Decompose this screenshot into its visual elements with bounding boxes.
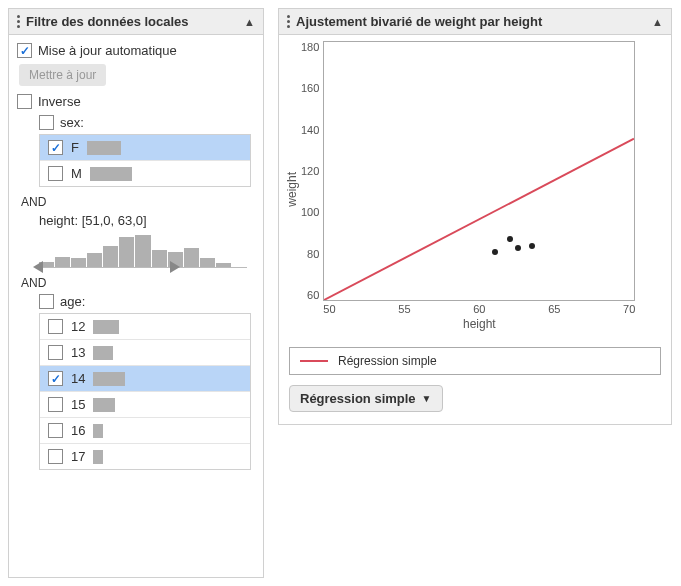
age-15-bar [93,398,115,412]
sex-F-label: F [71,140,79,155]
sex-F-checkbox[interactable] [48,140,63,155]
age-16-label: 16 [71,423,85,438]
age-row-17[interactable]: 17 [40,443,250,469]
ylabel-col: weight [283,41,301,337]
hist-bar [103,246,118,267]
age-14-bar [93,372,125,386]
height-slider-min-handle[interactable] [33,261,43,273]
fit-panel-header: Ajustement bivarié de weight par height … [279,9,671,35]
hist-bar [119,237,134,267]
hist-bar [71,258,86,267]
inverse-row[interactable]: Inverse [17,94,255,109]
xlabel: height [323,315,635,337]
xtick: 70 [623,303,635,315]
chevron-down-icon: ▼ [422,393,432,404]
age-16-bar [93,424,103,438]
ytick: 180 [301,41,319,53]
ytick: 60 [307,289,319,301]
hist-bar [87,253,102,267]
sex-group: F M [39,134,251,187]
age-12-checkbox[interactable] [48,319,63,334]
data-point[interactable] [507,236,513,242]
xtick: 60 [473,303,485,315]
data-point[interactable] [529,243,535,249]
sex-header-checkbox[interactable] [39,115,54,130]
regression-line [324,42,634,300]
height-label: height: [51,0, 63,0] [39,213,255,228]
inverse-label: Inverse [38,94,81,109]
regression-dropdown[interactable]: Régression simple ▼ [289,385,443,412]
filter-panel-header: Filtre des données locales ▲ [9,9,263,35]
menu-icon[interactable] [287,15,290,28]
age-13-label: 13 [71,345,85,360]
hist-bar [152,250,167,267]
age-row-14[interactable]: 14 [40,365,250,391]
age-14-label: 14 [71,371,85,386]
xtick: 55 [398,303,410,315]
hist-bar [216,263,231,267]
age-row-15[interactable]: 15 [40,391,250,417]
dropdown-row: Régression simple ▼ [279,385,671,424]
sex-M-checkbox[interactable] [48,166,63,181]
legend-label: Régression simple [338,354,437,368]
age-header-row[interactable]: age: [39,294,255,309]
data-point[interactable] [515,245,521,251]
age-17-checkbox[interactable] [48,449,63,464]
ytick: 120 [301,165,319,177]
age-12-bar [93,320,119,334]
legend-box: Régression simple [289,347,661,375]
sex-row-F[interactable]: F [40,135,250,160]
sex-header-row[interactable]: sex: [39,115,255,130]
xtick: 65 [548,303,560,315]
age-17-bar [93,450,103,464]
chevron-up-icon[interactable]: ▲ [652,16,663,28]
filter-panel-title: Filtre des données locales [26,14,238,29]
menu-icon[interactable] [17,15,20,28]
auto-update-label: Mise à jour automatique [38,43,177,58]
sex-F-bar [87,141,121,155]
auto-update-checkbox[interactable] [17,43,32,58]
age-14-checkbox[interactable] [48,371,63,386]
age-label: age: [60,294,85,309]
filter-panel-body: Mise à jour automatique Mettre à jour In… [9,35,263,484]
age-13-bar [93,346,113,360]
xtick: 50 [323,303,335,315]
xticks: 5055606570 [323,301,635,315]
age-17-label: 17 [71,449,85,464]
sex-M-bar [90,167,132,181]
ytick: 140 [301,124,319,136]
ylabel: weight [285,172,299,207]
and-label-1: AND [21,195,255,209]
ytick: 80 [307,248,319,260]
age-15-label: 15 [71,397,85,412]
age-13-checkbox[interactable] [48,345,63,360]
age-12-label: 12 [71,319,85,334]
and-label-2: AND [21,276,255,290]
legend-line-swatch [300,360,328,362]
inverse-checkbox[interactable] [17,94,32,109]
height-histogram[interactable] [39,230,247,268]
chevron-up-icon[interactable]: ▲ [244,16,255,28]
age-row-13[interactable]: 13 [40,339,250,365]
sex-label: sex: [60,115,84,130]
age-row-12[interactable]: 12 [40,314,250,339]
hist-bar [184,248,199,267]
ytick: 100 [301,206,319,218]
age-15-checkbox[interactable] [48,397,63,412]
svg-line-0 [324,139,634,300]
fit-panel: Ajustement bivarié de weight par height … [278,8,672,425]
fit-panel-title: Ajustement bivarié de weight par height [296,14,646,29]
height-slider-max-handle[interactable] [170,261,180,273]
age-header-checkbox[interactable] [39,294,54,309]
hist-bar [200,258,215,267]
hist-bar [135,235,150,267]
data-point[interactable] [492,249,498,255]
sex-row-M[interactable]: M [40,160,250,186]
age-16-checkbox[interactable] [48,423,63,438]
age-row-16[interactable]: 16 [40,417,250,443]
plot-block: 5055606570 height [323,41,635,337]
plot-area[interactable] [323,41,635,301]
height-hist-bars [39,235,247,267]
auto-update-row[interactable]: Mise à jour automatique [17,43,255,58]
sex-M-label: M [71,166,82,181]
